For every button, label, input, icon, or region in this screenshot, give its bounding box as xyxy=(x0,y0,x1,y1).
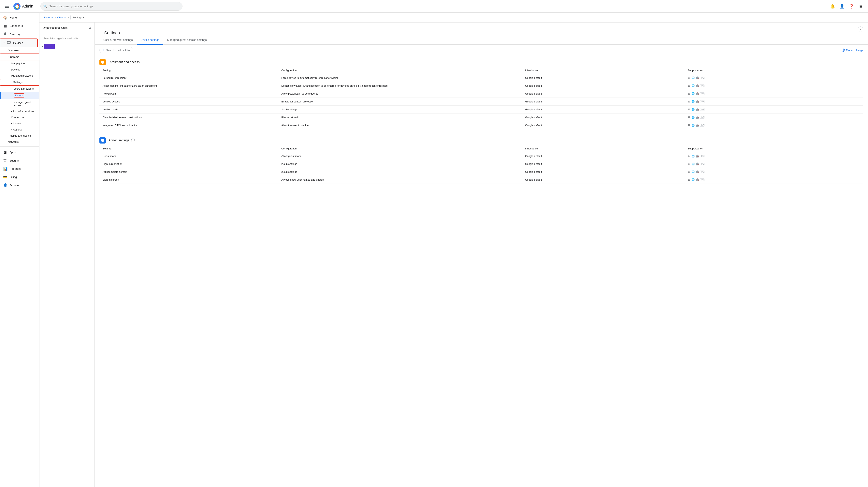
sidebar-item-chrome-devices[interactable]: Devices xyxy=(0,66,39,73)
search-input[interactable] xyxy=(40,2,183,11)
setting-cell: Autocomplete domain xyxy=(99,168,278,176)
sidebar-item-reporting[interactable]: 📊 Reporting xyxy=(0,165,38,173)
inheritance-cell: Google default xyxy=(522,98,685,106)
sidebar-item-connectors[interactable]: Connectors xyxy=(0,114,39,120)
table-row[interactable]: Verified access Enable for content prote… xyxy=(99,98,863,106)
signin-title: Sign-in settings xyxy=(108,139,129,142)
breadcrumb-chrome[interactable]: Chrome xyxy=(57,16,66,19)
sidebar-item-settings[interactable]: ▾ Settings xyxy=(0,79,39,86)
inheritance-cell: Google default xyxy=(522,114,685,121)
directory-icon xyxy=(3,32,7,36)
breadcrumb-devices[interactable]: Devices xyxy=(44,16,53,19)
sidebar-item-device[interactable]: Device xyxy=(0,92,39,99)
sidebar-item-directory[interactable]: Directory xyxy=(0,30,38,38)
sidebar-item-setup-guide[interactable]: Setup guide xyxy=(0,60,39,66)
table-row[interactable]: Asset identifier input after zero touch … xyxy=(99,82,863,90)
org-tree-root[interactable]: ▾ xyxy=(42,44,92,49)
sidebar-item-chrome[interactable]: ▾ Chrome xyxy=(0,54,39,60)
supported-cell: 🖥 🌐 🤖 iOS xyxy=(685,176,863,184)
enrollment-icon xyxy=(99,59,106,65)
table-row[interactable]: Verified mode 3 sub settings Google defa… xyxy=(99,106,863,114)
logo[interactable]: Admin xyxy=(13,3,33,10)
collapse-org-icon[interactable]: ∧ xyxy=(89,26,91,30)
table-row[interactable]: Forced re-enrollment Force device to aut… xyxy=(99,74,863,82)
settings-title: Settings xyxy=(99,26,855,35)
scroll-pane: Enrollment and access Setting Configurat… xyxy=(95,56,868,487)
supported-cell: 🖥 🌐 🤖 iOS xyxy=(685,98,863,106)
config-cell: Please return it. xyxy=(278,114,522,121)
tab-managed-guest[interactable]: Managed guest session settings xyxy=(163,35,211,45)
supported-cell: 🖥 🌐 🤖 iOS xyxy=(685,90,863,98)
org-tree-node xyxy=(44,44,55,49)
table-row[interactable]: Sign-in restriction 2 sub settings Googl… xyxy=(99,160,863,168)
tabs: User & browser settings Device settings … xyxy=(95,35,868,45)
org-search-input[interactable] xyxy=(42,36,92,41)
sidebar-item-users-browsers[interactable]: Users & browsers xyxy=(0,86,39,92)
sidebar-item-billing[interactable]: 💳 Billing xyxy=(0,173,38,181)
home-icon: 🏠 xyxy=(3,16,7,20)
sidebar-item-networks[interactable]: Networks xyxy=(0,139,39,145)
tab-device[interactable]: Device settings xyxy=(137,35,163,45)
table-row[interactable]: Guest mode Allow guest mode Google defau… xyxy=(99,152,863,160)
apps-icon: ⊞ xyxy=(3,150,7,154)
breadcrumb-settings-btn[interactable]: Settings ▾ xyxy=(70,15,86,20)
menu-icon[interactable] xyxy=(3,2,11,10)
org-units-body: ▾ xyxy=(39,33,94,487)
table-row[interactable]: Powerwash Allow powerwash to be triggere… xyxy=(99,90,863,98)
supported-icons: 🖥 🌐 🤖 iOS xyxy=(688,100,860,103)
left-pane: Organizational Units ∧ ▾ xyxy=(39,23,95,487)
sidebar-item-managed-guest-sessions[interactable]: Managed guest sessions xyxy=(0,99,39,108)
supported-cell: 🖥 🌐 🤖 iOS xyxy=(685,168,863,176)
filter-search-btn[interactable]: + Search or add a filter xyxy=(99,47,133,53)
sidebar-item-devices[interactable]: ▾ Devices xyxy=(0,38,38,47)
sidebar-item-home[interactable]: 🏠 Home xyxy=(0,13,38,22)
sidebar-item-reports[interactable]: ▸ Reports xyxy=(0,126,39,133)
devices-icon xyxy=(7,41,11,45)
signin-info-icon[interactable]: i xyxy=(131,139,135,142)
svg-rect-2 xyxy=(5,7,9,8)
breadcrumb-sep-1: › xyxy=(55,16,56,19)
sidebar-item-account[interactable]: 👤 Account xyxy=(0,181,38,190)
inheritance-cell: Google default xyxy=(522,152,685,160)
topbar-actions: 🔔 👤 ❓ ⊞ xyxy=(829,2,865,10)
setting-cell: Guest mode xyxy=(99,152,278,160)
filter-plus-icon: + xyxy=(103,48,104,52)
supported-cell: 🖥 🌐 🤖 iOS xyxy=(685,114,863,121)
expand-apps-icon: ▸ xyxy=(11,110,12,112)
inheritance-cell: Google default xyxy=(522,106,685,114)
sidebar-item-printers[interactable]: ▸ Printers xyxy=(0,120,39,126)
supported-cell: 🖥 🌐 🤖 iOS xyxy=(685,152,863,160)
inheritance-cell: Google default xyxy=(522,176,685,184)
table-row[interactable]: Integrated FIDO second factor Allow the … xyxy=(99,121,863,129)
account-icon[interactable]: 👤 xyxy=(838,2,846,10)
col-inheritance-2: Inheritance xyxy=(522,145,685,152)
setting-cell: Verified access xyxy=(99,98,278,106)
inheritance-cell: Google default xyxy=(522,121,685,129)
collapse-pane-btn[interactable]: ‹ xyxy=(858,26,863,32)
col-supported-2: Supported on xyxy=(685,145,863,152)
sidebar-item-mobile-endpoints[interactable]: ▸ Mobile & endpoints xyxy=(0,133,39,139)
signin-icon xyxy=(99,137,106,144)
supported-cell: 🖥 🌐 🤖 iOS xyxy=(685,82,863,90)
breadcrumb-sep-2: › xyxy=(68,16,69,19)
notifications-icon[interactable]: 🔔 xyxy=(829,2,836,10)
inheritance-cell: Google default xyxy=(522,160,685,168)
filter-search-label: Search or add a filter xyxy=(106,49,130,52)
table-row[interactable]: Autocomplete domain 2 sub settings Googl… xyxy=(99,168,863,176)
tab-user-browser[interactable]: User & browser settings xyxy=(99,35,137,45)
sidebar-item-dashboard[interactable]: ▦ Dashboard xyxy=(0,22,38,30)
sidebar-item-managed-browsers[interactable]: Managed browsers xyxy=(0,73,39,79)
enrollment-table-header: Setting Configuration Inheritance Suppor… xyxy=(99,67,863,74)
recent-change-btn[interactable]: Recent change xyxy=(842,49,863,52)
help-icon[interactable]: ❓ xyxy=(847,2,856,10)
sidebar-item-apps-extensions[interactable]: ▸ Apps & extensions xyxy=(0,108,39,114)
table-row[interactable]: Disabled device return instructions Plea… xyxy=(99,114,863,121)
sidebar-item-apps[interactable]: ⊞ Apps xyxy=(0,148,38,156)
apps-grid-icon[interactable]: ⊞ xyxy=(857,2,865,10)
settings-header-row: Settings ‹ xyxy=(95,23,868,35)
sidebar-item-security[interactable]: 🛡 Security xyxy=(0,156,38,165)
breadcrumb-dropdown-icon: ▾ xyxy=(83,16,84,19)
config-cell: Always show user names and photos xyxy=(278,176,522,184)
sidebar-item-overview[interactable]: Overview xyxy=(0,47,39,54)
table-row[interactable]: Sign-in screen Always show user names an… xyxy=(99,176,863,184)
